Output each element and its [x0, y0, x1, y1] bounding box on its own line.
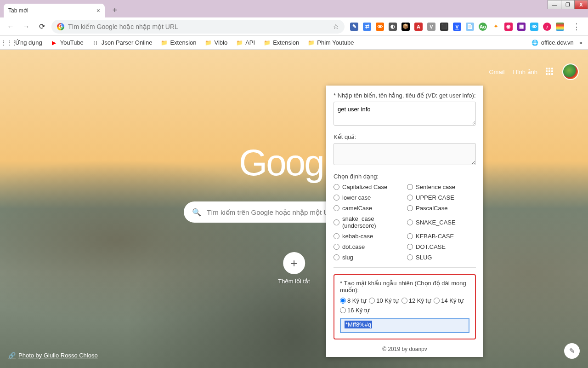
- add-shortcut[interactable]: + Thêm lối tắt: [278, 252, 310, 285]
- new-tab-page: Gmail Hình ảnh Google 🔍 + Thêm lối tắt 🔗…: [0, 50, 588, 368]
- ext-icon-11[interactable]: Ao: [479, 23, 487, 31]
- browser-tab[interactable]: Tab mới ×: [4, 4, 105, 17]
- bookmark-extension-2[interactable]: 📁 Extension: [263, 39, 299, 46]
- ext-icon-9[interactable]: V: [453, 23, 461, 31]
- add-shortcut-label: Thêm lối tắt: [278, 278, 310, 285]
- ext-icon-16[interactable]: ♪: [543, 23, 551, 31]
- folder-icon: 📁: [205, 39, 212, 46]
- password-label: * Tạo mật khẩu ngẫu nhiên (Chọn độ dài m…: [340, 280, 469, 293]
- minimize-button[interactable]: —: [548, 0, 561, 9]
- tab-close-icon[interactable]: ×: [96, 7, 100, 14]
- folder-icon: 📁: [236, 39, 243, 46]
- radio-sentence[interactable]: Sentence case: [407, 184, 476, 190]
- ext-icon-5[interactable]: 📦: [401, 23, 410, 31]
- close-button[interactable]: X: [574, 0, 588, 9]
- ext-icon-14[interactable]: ▦: [517, 23, 526, 31]
- radio-kebab[interactable]: kebab-case: [334, 233, 402, 240]
- customize-button[interactable]: ✎: [564, 343, 580, 359]
- user-avatar[interactable]: [562, 63, 579, 80]
- ext-icon-12[interactable]: ✦: [492, 23, 500, 31]
- ext-icon-1[interactable]: ✎: [350, 23, 358, 31]
- folder-icon: 📁: [263, 39, 271, 46]
- copyright-text: © 2019 by doanpv: [334, 346, 476, 352]
- password-output[interactable]: *Mff8%#q: [340, 318, 469, 333]
- google-icon: G: [57, 23, 64, 30]
- back-button[interactable]: ←: [5, 21, 17, 33]
- pw-option-14[interactable]: 14 Ký tự: [434, 297, 463, 304]
- omnibox[interactable]: G ☆: [51, 20, 345, 34]
- variable-name-input[interactable]: get user info: [334, 102, 476, 126]
- bookmark-api[interactable]: 📁 API: [236, 39, 255, 46]
- url-input[interactable]: [68, 23, 329, 30]
- radio-snake-upper[interactable]: SNAKE_CASE: [407, 215, 476, 229]
- browser-menu-button[interactable]: ⋮: [570, 22, 583, 32]
- plus-icon: +: [283, 252, 305, 274]
- radio-dot-upper[interactable]: DOT.CASE: [407, 243, 476, 250]
- ext-icon-windows[interactable]: [556, 23, 564, 31]
- address-bar: ← → ⟳ G ☆ ✎ ⇄ 👁 ◐ 📦 A V ⬛ V 📄 Ao ✦ ◉ ▦ 👁…: [0, 17, 588, 36]
- result-output[interactable]: [334, 143, 476, 165]
- pw-option-8[interactable]: 8 Ký tự: [340, 297, 366, 304]
- bookmark-office-dcv[interactable]: 🌐 office.dcv.vn: [531, 39, 574, 46]
- images-link[interactable]: Hình ảnh: [513, 69, 537, 75]
- format-label: Chọn định dạng:: [334, 173, 476, 180]
- ext-icon-4[interactable]: ◐: [389, 23, 397, 31]
- ext-icon-8[interactable]: ⬛: [440, 23, 448, 31]
- folder-icon: 📁: [160, 39, 168, 46]
- bookmark-viblo[interactable]: 📁 Viblo: [205, 39, 228, 46]
- divider: [334, 267, 476, 268]
- pw-option-12[interactable]: 12 Ký tự: [401, 297, 431, 304]
- forward-button[interactable]: →: [20, 21, 32, 33]
- bookmark-youtube[interactable]: ▶ YouTube: [51, 39, 84, 46]
- bookmarks-overflow-icon[interactable]: »: [579, 39, 582, 46]
- bookmark-extension-1[interactable]: 📁 Extension: [160, 39, 196, 46]
- google-apps-icon[interactable]: [546, 68, 554, 76]
- input-label: * Nhập tên biến, tên hằng, tiêu đề (VD: …: [334, 92, 476, 99]
- maximize-button[interactable]: ❐: [561, 0, 575, 9]
- link-icon: 🔗: [8, 352, 16, 359]
- radio-kebab-upper[interactable]: KEBAB-CASE: [407, 233, 476, 240]
- new-tab-button[interactable]: +: [108, 4, 121, 17]
- tab-bar: Tab mới × +: [0, 0, 588, 17]
- radio-camel[interactable]: camelCase: [334, 205, 402, 212]
- apps-bookmark[interactable]: ⋮⋮⋮ Ứng dụng: [6, 39, 42, 46]
- window-controls: — ❐ X: [548, 0, 588, 10]
- bookmarks-bar: ⋮⋮⋮ Ứng dụng ▶ YouTube { } Json Parser O…: [0, 36, 588, 50]
- ext-icon-13[interactable]: ◉: [504, 23, 513, 31]
- ext-icon-15[interactable]: 👁: [530, 23, 538, 31]
- extension-icons: ✎ ⇄ 👁 ◐ 📦 A V ⬛ V 📄 Ao ✦ ◉ ▦ 👁 ♪: [348, 23, 566, 31]
- bookmark-star-icon[interactable]: ☆: [333, 22, 339, 31]
- ext-icon-7[interactable]: V: [427, 23, 435, 31]
- gmail-link[interactable]: Gmail: [489, 69, 505, 75]
- radio-pascal[interactable]: PascalCase: [407, 205, 476, 212]
- json-icon: { }: [92, 39, 99, 46]
- pw-option-16[interactable]: 16 Ký tự: [340, 307, 369, 314]
- radio-slug[interactable]: slug: [334, 254, 402, 261]
- ext-icon-3[interactable]: 👁: [376, 23, 384, 31]
- ext-icon-10[interactable]: 📄: [466, 23, 474, 31]
- reload-button[interactable]: ⟳: [36, 21, 48, 33]
- extension-popup: * Nhập tên biến, tên hằng, tiêu đề (VD: …: [326, 86, 483, 357]
- photo-credit-link[interactable]: 🔗 Photo by Giulio Rosso Chioso: [8, 352, 98, 359]
- bookmark-json-parser[interactable]: { } Json Parser Online: [92, 39, 153, 46]
- tab-title: Tab mới: [8, 7, 28, 14]
- globe-icon: 🌐: [531, 39, 539, 46]
- radio-snake[interactable]: snake_case (underscore): [334, 215, 402, 229]
- ext-icon-abp[interactable]: A: [414, 23, 423, 31]
- google-header: Gmail Hình ảnh: [489, 63, 579, 80]
- ext-icon-translate[interactable]: ⇄: [363, 23, 371, 31]
- radio-slug-upper[interactable]: SLUG: [407, 254, 476, 261]
- password-generator-box: * Tạo mật khẩu ngẫu nhiên (Chọn độ dài m…: [334, 274, 476, 339]
- radio-lower[interactable]: lower case: [334, 194, 402, 201]
- folder-icon: 📁: [307, 39, 315, 46]
- result-label: Kết quả:: [334, 133, 476, 140]
- pw-option-10[interactable]: 10 Ký tự: [369, 297, 398, 304]
- radio-upper[interactable]: UPPER CASE: [407, 194, 476, 201]
- bookmark-phim-youtube[interactable]: 📁 Phim Youtube: [307, 39, 354, 46]
- apps-icon: ⋮⋮⋮: [6, 39, 13, 46]
- search-icon: 🔍: [192, 208, 201, 217]
- radio-capitalized[interactable]: Capitalized Case: [334, 184, 402, 190]
- radio-dot[interactable]: dot.case: [334, 243, 402, 250]
- youtube-icon: ▶: [51, 39, 58, 46]
